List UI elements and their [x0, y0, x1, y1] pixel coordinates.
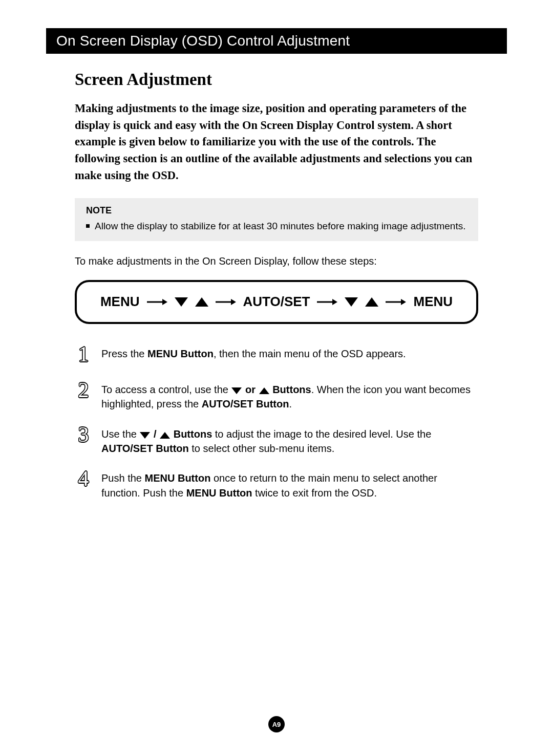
steps-list: 1 Press the MENU Button, then the main m…	[75, 345, 478, 500]
step-3: 3 Use the / Buttons to adjust the image …	[75, 426, 478, 456]
step-body: Use the / Buttons to adjust the image to…	[101, 426, 478, 456]
arrow-right-icon	[317, 298, 337, 306]
note-row: Allow the display to stabilize for at le…	[86, 220, 467, 233]
step-body: To access a control, use the or Buttons.…	[101, 381, 478, 412]
svg-marker-3	[231, 299, 236, 305]
arrow-right-icon	[216, 298, 236, 306]
triangle-down-icon	[175, 297, 188, 307]
step-body: Push the MENU Button once to return to t…	[101, 470, 478, 500]
triangle-down-icon	[231, 387, 242, 394]
triangle-up-icon	[160, 432, 170, 439]
triangle-down-icon	[140, 432, 150, 439]
arrow-right-icon	[386, 298, 406, 306]
section-heading: Screen Adjustment	[75, 70, 478, 89]
title-bar-text: On Screen Display (OSD) Control Adjustme…	[56, 33, 350, 49]
manual-page: On Screen Display (OSD) Control Adjustme…	[0, 0, 553, 756]
step-number: 1	[75, 345, 92, 367]
step-4: 4 Push the MENU Button once to return to…	[75, 470, 478, 500]
svg-marker-5	[332, 299, 337, 305]
triangle-up-icon	[365, 297, 378, 307]
button-flow-row: MENU AUTO/SET MENU	[100, 294, 453, 310]
button-flow-box: MENU AUTO/SET MENU	[75, 280, 478, 324]
triangle-down-icon	[345, 297, 358, 307]
title-bar: On Screen Display (OSD) Control Adjustme…	[46, 28, 507, 54]
arrow-right-icon	[147, 298, 167, 306]
flow-menu-end: MENU	[413, 294, 453, 310]
step-number: 4	[75, 470, 92, 491]
step-body: Press the MENU Button, then the main men…	[101, 345, 406, 361]
note-text: Allow the display to stabilize for at le…	[95, 220, 465, 233]
content-area: Screen Adjustment Making adjustments to …	[46, 70, 507, 500]
step-2: 2 To access a control, use the or Button…	[75, 381, 478, 412]
intro-paragraph: Making adjustments to the image size, po…	[75, 100, 478, 184]
lead-in-text: To make adjustments in the On Screen Dis…	[75, 255, 478, 267]
flow-menu-start: MENU	[100, 294, 140, 310]
page-number-badge: A9	[268, 716, 285, 732]
note-label: NOTE	[86, 205, 467, 216]
note-box: NOTE Allow the display to stabilize for …	[75, 198, 478, 241]
page-number: A9	[272, 721, 281, 728]
step-1: 1 Press the MENU Button, then the main m…	[75, 345, 478, 367]
bullet-icon	[86, 224, 90, 228]
step-number: 2	[75, 381, 92, 403]
triangle-up-icon	[195, 297, 208, 307]
svg-marker-7	[401, 299, 406, 305]
svg-marker-1	[162, 299, 167, 305]
step-number: 3	[75, 426, 92, 447]
triangle-up-icon	[259, 387, 269, 394]
flow-auto-set: AUTO/SET	[243, 294, 310, 310]
